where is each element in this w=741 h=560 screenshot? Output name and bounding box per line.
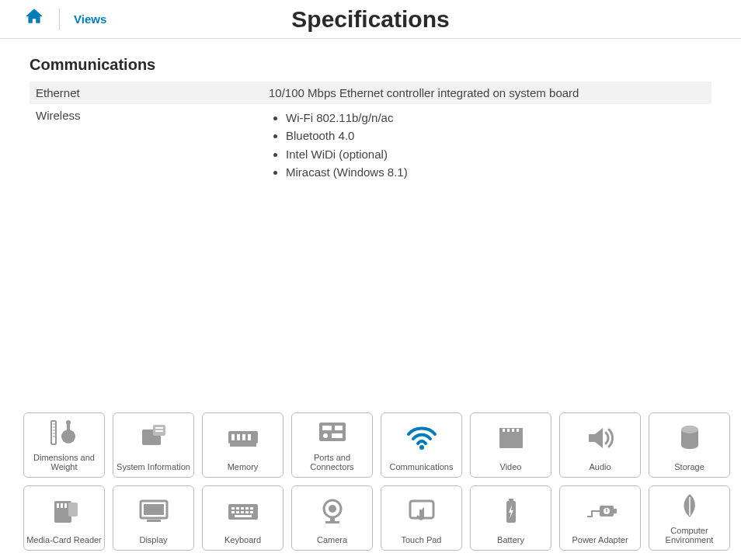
nav-tile-environment[interactable]: Computer Environment — [649, 485, 730, 551]
spec-label: Wireless — [30, 104, 263, 186]
nav-tile-audio[interactable]: Audio — [559, 412, 641, 478]
nav-tile-label: Computer Environment — [649, 526, 729, 545]
display-icon — [113, 486, 193, 535]
touchpad-icon — [381, 486, 461, 535]
list-item: Intel WiDi (optional) — [286, 145, 705, 163]
keyboard-icon — [203, 486, 283, 535]
nav-tile-label: Video — [500, 462, 522, 472]
header: Views Specifications — [0, 0, 741, 39]
section-title: Communications — [30, 56, 711, 74]
nav-tile-system[interactable]: System Information — [113, 412, 194, 478]
content: Communications Ethernet 10/100 Mbps Ethe… — [0, 39, 741, 186]
nav-tile-label: System Information — [117, 462, 190, 472]
nav-tile-video[interactable]: Video — [470, 412, 551, 478]
nav-tile-dimensions[interactable]: Dimensions and Weight — [23, 412, 105, 478]
camera-icon — [292, 486, 372, 535]
home-icon[interactable] — [23, 6, 45, 32]
list-item: Wi-Fi 802.11b/g/n/ac — [286, 109, 705, 127]
nav-tile-label: Display — [139, 535, 167, 545]
nav-tile-label: Touch Pad — [402, 535, 442, 545]
nav-tile-storage[interactable]: Storage — [649, 412, 730, 478]
nav-tile-label: Battery — [497, 535, 524, 545]
spec-value: 10/100 Mbps Ethernet controller integrat… — [263, 82, 711, 104]
nav-tile-memory[interactable]: Memory — [202, 412, 284, 478]
spec-label: Ethernet — [30, 82, 263, 104]
system-icon — [113, 413, 193, 462]
power-icon — [560, 486, 640, 535]
list-item: Miracast (Windows 8.1) — [286, 163, 705, 181]
spec-table: Ethernet 10/100 Mbps Ethernet controller… — [30, 82, 711, 186]
nav-tile-label: Keyboard — [224, 535, 261, 545]
nav-tile-battery[interactable]: Battery — [470, 485, 551, 551]
wifi-icon — [381, 413, 461, 462]
list-item: Bluetooth 4.0 — [286, 127, 705, 144]
nav-tile-wifi[interactable]: Communications — [381, 412, 462, 478]
nav-tile-touchpad[interactable]: Touch Pad — [381, 485, 462, 551]
ports-icon — [292, 413, 372, 453]
nav-tile-mediacard[interactable]: Media-Card Reader — [23, 485, 105, 551]
views-link[interactable]: Views — [74, 12, 106, 26]
header-divider — [59, 9, 60, 30]
nav-tile-keyboard[interactable]: Keyboard — [202, 485, 284, 551]
nav-tile-label: Audio — [589, 462, 611, 472]
nav-tile-label: Ports and Connectors — [292, 453, 372, 472]
storage-icon — [649, 413, 729, 462]
video-icon — [471, 413, 551, 462]
dimensions-icon — [24, 413, 104, 453]
nav-tile-label: Memory — [228, 462, 259, 472]
nav-tile-power[interactable]: Power Adapter — [559, 485, 641, 551]
nav-tile-label: Camera — [317, 535, 347, 545]
wireless-list: Wi-Fi 802.11b/g/n/ac Bluetooth 4.0 Intel… — [269, 109, 705, 181]
memory-icon — [203, 413, 283, 462]
nav-tile-label: Storage — [674, 462, 704, 472]
page-title: Specifications — [291, 6, 449, 33]
table-row: Wireless Wi-Fi 802.11b/g/n/ac Bluetooth … — [30, 104, 711, 186]
environment-icon — [649, 486, 729, 526]
table-row: Ethernet 10/100 Mbps Ethernet controller… — [30, 82, 711, 104]
nav-tile-camera[interactable]: Camera — [291, 485, 373, 551]
nav-tile-label: Dimensions and Weight — [24, 453, 104, 472]
nav-tile-label: Power Adapter — [572, 535, 628, 545]
nav-tile-label: Communications — [390, 462, 454, 472]
nav-tile-display[interactable]: Display — [113, 485, 194, 551]
mediacard-icon — [24, 486, 104, 535]
nav-tile-label: Media-Card Reader — [26, 535, 102, 545]
battery-icon — [471, 486, 551, 535]
nav-grid: Dimensions and WeightSystem InformationM… — [23, 412, 730, 551]
audio-icon — [560, 413, 640, 462]
nav-tile-ports[interactable]: Ports and Connectors — [291, 412, 373, 478]
spec-value: Wi-Fi 802.11b/g/n/ac Bluetooth 4.0 Intel… — [263, 104, 711, 186]
